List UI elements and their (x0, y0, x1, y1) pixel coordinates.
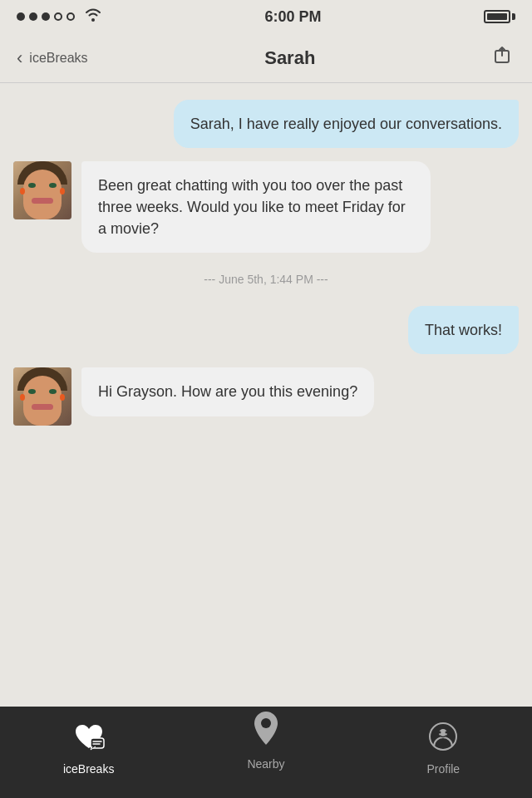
tab-nearby[interactable]: Nearby (177, 707, 354, 798)
svg-point-7 (439, 731, 441, 733)
avatar (13, 367, 71, 426)
message-text: Sarah, I have really enjoyed our convers… (190, 116, 502, 132)
tab-profile[interactable]: Profile (355, 707, 532, 798)
signal-dot-5 (66, 12, 75, 21)
tab-icebreaks-label: iceBreaks (63, 762, 114, 776)
svg-point-4 (261, 718, 271, 728)
tab-profile-label: Profile (426, 762, 460, 776)
tab-icebreaks[interactable]: iceBreaks (0, 707, 177, 798)
tab-nearby-label: Nearby (247, 757, 284, 771)
message-bubble-incoming: Hi Grayson. How are you this evening? (81, 367, 374, 416)
avatar (13, 161, 71, 219)
status-time: 6:00 PM (264, 8, 321, 26)
signal-dot-4 (54, 12, 62, 21)
message-text: That works! (425, 322, 502, 338)
wifi-icon (84, 8, 102, 26)
tab-bar: iceBreaks Nearby Profile (0, 707, 532, 798)
message-bubble-outgoing: Sarah, I have really enjoyed our convers… (174, 100, 519, 148)
back-button[interactable]: ‹ iceBreaks (17, 47, 88, 69)
nav-bar: ‹ iceBreaks Sarah (0, 33, 532, 83)
nav-title: Sarah (264, 47, 315, 69)
signal-area (17, 8, 102, 26)
message-text: Hi Grayson. How are you this evening? (98, 383, 357, 400)
message-bubble-outgoing: That works! (408, 306, 519, 354)
signal-dot-1 (17, 12, 25, 21)
profile-icon (428, 722, 458, 757)
message-row: Hi Grayson. How are you this evening? (13, 367, 519, 426)
chat-area: Sarah, I have really enjoyed our convers… (0, 83, 532, 673)
signal-dot-3 (42, 12, 50, 21)
message-row: That works! (13, 306, 519, 354)
message-row: Been great chatting with you too over th… (13, 161, 519, 253)
message-text: Been great chatting with you too over th… (98, 177, 406, 237)
share-button[interactable] (492, 44, 515, 72)
message-row: Sarah, I have really enjoyed our convers… (13, 100, 519, 148)
back-arrow-icon: ‹ (17, 47, 22, 69)
status-bar: 6:00 PM (0, 0, 532, 33)
battery-icon (484, 10, 515, 23)
signal-dot-2 (29, 12, 37, 21)
icebreaks-icon (72, 722, 106, 757)
message-bubble-incoming: Been great chatting with you too over th… (81, 161, 431, 253)
svg-point-8 (446, 731, 448, 733)
back-label: iceBreaks (29, 51, 87, 66)
nearby-icon (251, 710, 281, 752)
timestamp: --- June 5th, 1:44 PM --- (13, 273, 519, 286)
